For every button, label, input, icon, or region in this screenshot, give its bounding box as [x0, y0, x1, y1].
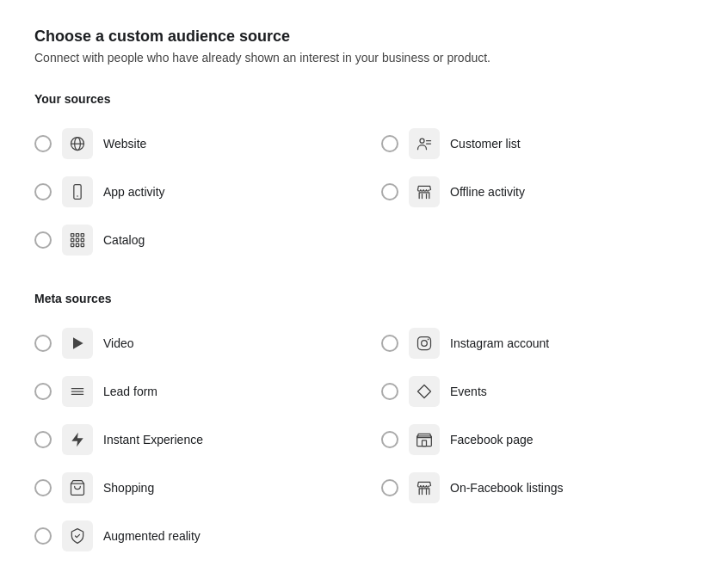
meta-sources-section: Meta sources Video Lead form — [34, 292, 694, 560]
radio-customer-list[interactable] — [381, 135, 398, 152]
radio-offline-activity[interactable] — [381, 183, 398, 200]
bolt-icon — [62, 424, 93, 455]
radio-instagram-account[interactable] — [381, 335, 398, 352]
source-lead-form[interactable]: Lead form — [34, 367, 347, 416]
page-subtitle: Connect with people who have already sho… — [34, 51, 694, 65]
source-on-facebook-listings-label: On-Facebook listings — [450, 481, 564, 495]
svg-point-26 — [422, 341, 428, 347]
globe-icon — [62, 128, 93, 159]
source-instant-experience-label: Instant Experience — [103, 433, 203, 447]
cart-icon — [62, 472, 93, 503]
instagram-icon — [409, 328, 440, 359]
source-instagram-account[interactable]: Instagram account — [381, 319, 694, 367]
source-augmented-reality-label: Augmented reality — [103, 529, 201, 543]
source-website[interactable]: Website — [34, 120, 347, 168]
svg-rect-12 — [76, 243, 78, 246]
source-facebook-page-label: Facebook page — [450, 433, 534, 447]
radio-instant-experience[interactable] — [34, 431, 52, 448]
svg-rect-6 — [76, 234, 78, 237]
lines-icon — [62, 376, 93, 407]
svg-point-14 — [420, 139, 424, 143]
source-customer-list-label: Customer list — [450, 137, 521, 151]
svg-rect-5 — [71, 234, 74, 237]
svg-rect-8 — [71, 238, 74, 241]
storefront-icon — [409, 472, 440, 503]
svg-rect-9 — [76, 238, 78, 241]
source-video-label: Video — [103, 336, 134, 350]
radio-catalog[interactable] — [34, 231, 52, 249]
source-video[interactable]: Video — [34, 319, 347, 367]
play-icon — [62, 328, 93, 359]
source-website-label: Website — [103, 137, 146, 151]
radio-facebook-page[interactable] — [381, 431, 398, 448]
source-instagram-account-label: Instagram account — [450, 336, 549, 350]
fb-store-icon — [409, 424, 440, 455]
svg-rect-7 — [81, 234, 83, 237]
source-offline-activity-label: Offline activity — [450, 185, 525, 199]
source-events[interactable]: Events — [381, 367, 694, 416]
source-catalog[interactable]: Catalog — [34, 216, 347, 264]
ar-icon — [62, 520, 93, 551]
svg-point-27 — [428, 339, 429, 341]
your-sources-section: Your sources Website App activity — [34, 92, 694, 264]
source-customer-list[interactable]: Customer list — [381, 120, 694, 168]
grid-icon — [62, 225, 93, 256]
source-on-facebook-listings[interactable]: On-Facebook listings — [381, 464, 694, 512]
page-title: Choose a custom audience source — [34, 28, 694, 46]
user-list-icon — [409, 128, 440, 159]
meta-sources-label: Meta sources — [34, 292, 694, 305]
source-lead-form-label: Lead form — [103, 385, 157, 398]
mobile-icon — [62, 176, 93, 207]
svg-rect-11 — [71, 243, 74, 246]
diamond-icon — [409, 376, 440, 407]
source-augmented-reality[interactable]: Augmented reality — [34, 512, 347, 560]
svg-marker-23 — [71, 433, 83, 447]
source-catalog-label: Catalog — [103, 233, 145, 247]
source-events-label: Events — [450, 385, 487, 398]
radio-app-activity[interactable] — [34, 183, 52, 200]
radio-augmented-reality[interactable] — [34, 527, 52, 545]
radio-video[interactable] — [34, 335, 52, 352]
svg-rect-25 — [418, 337, 431, 350]
source-app-activity-label: App activity — [103, 185, 165, 199]
your-sources-label: Your sources — [34, 92, 694, 106]
source-offline-activity[interactable]: Offline activity — [381, 168, 694, 216]
radio-website[interactable] — [34, 135, 52, 152]
svg-rect-10 — [81, 238, 83, 241]
source-shopping-label: Shopping — [103, 481, 154, 495]
source-shopping[interactable]: Shopping — [34, 464, 347, 512]
svg-rect-13 — [81, 243, 83, 246]
svg-marker-19 — [73, 337, 83, 348]
store-icon — [409, 176, 440, 207]
source-app-activity[interactable]: App activity — [34, 168, 347, 216]
source-facebook-page[interactable]: Facebook page — [381, 416, 694, 464]
svg-marker-28 — [418, 385, 431, 398]
radio-shopping[interactable] — [34, 479, 52, 496]
source-instant-experience[interactable]: Instant Experience — [34, 416, 347, 464]
radio-on-facebook-listings[interactable] — [381, 479, 398, 496]
radio-events[interactable] — [381, 383, 398, 400]
radio-lead-form[interactable] — [34, 383, 52, 400]
svg-rect-31 — [423, 440, 427, 447]
